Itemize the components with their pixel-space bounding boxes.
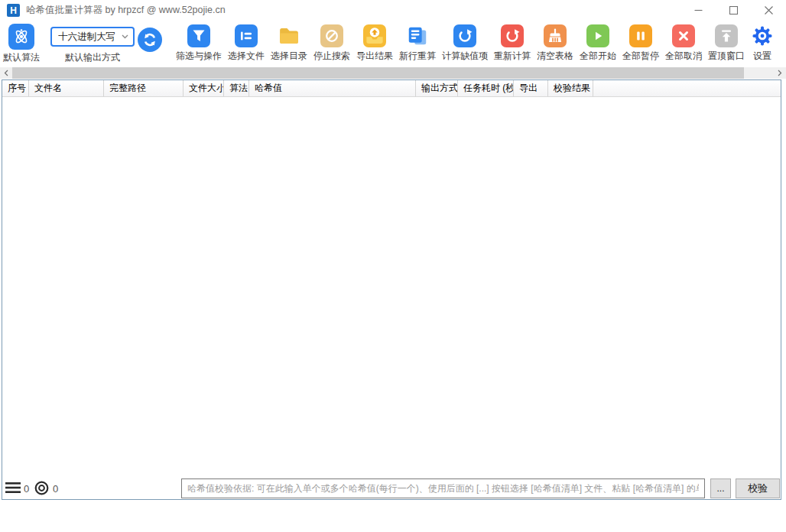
sync-icon [141,31,159,49]
toolbar: 默认算法 十六进制大写 默认输出方式 筛选与操作 [0,21,786,66]
column-header[interactable]: 序号 [2,80,29,96]
results-table: 序号文件名完整路径文件大小算法哈希值输出方式任务耗时 (秒)导出校验结果 [2,79,781,500]
maximize-button[interactable] [716,0,751,21]
minimize-button[interactable] [680,0,716,21]
output-mode-value: 十六进制大写 [58,31,122,44]
settings-button[interactable]: 设置 [748,21,777,61]
cancel-icon [672,24,695,47]
column-header[interactable]: 任务耗时 (秒) [458,80,514,96]
sync-output-button[interactable] [138,28,162,52]
row-count-icon [5,482,21,494]
export-results-button[interactable]: 导出结果 [353,21,396,61]
recalc-all-button[interactable]: 重新计算 [491,21,534,61]
clear-table-button[interactable]: 清空表格 [534,21,577,61]
default-algorithm-button[interactable]: 默认算法 [3,21,40,63]
column-header[interactable]: 文件名 [29,80,104,96]
column-header-filler [593,80,781,96]
chevron-down-icon [122,34,128,39]
column-header[interactable]: 哈希值 [249,80,416,96]
select-folder-button[interactable]: 选择目录 [268,21,310,61]
funnel-icon [187,24,210,47]
folder-icon [278,24,300,47]
export-icon [363,24,386,47]
column-header[interactable]: 完整路径 [104,80,184,96]
output-mode-group: 十六进制大写 默认输出方式 [50,21,135,63]
column-header[interactable]: 算法 [224,80,249,96]
window-title: 哈希值批量计算器 by hrpzcf @ www.52pojie.cn [26,4,226,17]
column-header[interactable]: 输出方式 [416,80,458,96]
verify-button[interactable]: 校验 [736,478,780,498]
hash-verify-input[interactable] [181,478,705,498]
done-count-icon [34,481,49,495]
play-icon [586,24,609,47]
scrollbar-thumb[interactable] [12,67,744,79]
column-header[interactable]: 文件大小 [184,80,224,96]
scroll-left-button[interactable] [0,67,12,79]
stop-search-icon [320,24,343,47]
stop-search-button[interactable]: 停止搜索 [310,21,353,61]
chevron-right-icon [778,70,782,76]
output-mode-label: 默认输出方式 [65,52,120,63]
table-header-row: 序号文件名完整路径文件大小算法哈希值输出方式任务耗时 (秒)导出校验结果 [2,80,781,97]
pin-window-button[interactable]: 置顶窗口 [705,21,748,61]
rows-recalc-icon [406,24,429,47]
atom-icon [8,24,34,50]
column-header[interactable]: 校验结果 [548,80,593,96]
gear-icon [751,24,774,47]
recalc-new-rows-button[interactable]: 新行重算 [396,21,439,61]
start-all-button[interactable]: 全部开始 [577,21,619,61]
default-algorithm-label: 默认算法 [3,52,40,63]
calc-missing-button[interactable]: 计算缺值项 [439,21,491,61]
horizontal-scrollbar[interactable] [0,67,786,79]
column-header[interactable]: 导出 [514,80,548,96]
close-icon [765,6,773,15]
output-mode-select[interactable]: 十六进制大写 [50,27,135,47]
statusbar [0,500,786,532]
scroll-right-button[interactable] [774,67,786,79]
recalc-icon [501,24,524,47]
chevron-left-icon [4,70,8,76]
titlebar: H 哈希值批量计算器 by hrpzcf @ www.52pojie.cn [0,0,786,21]
clear-table-icon [544,24,567,47]
filter-operate-button[interactable]: 筛选与操作 [173,21,225,61]
done-count-value: 0 [53,483,58,495]
row-count-value: 0 [24,483,29,495]
pause-all-button[interactable]: 全部暂停 [619,21,662,61]
pause-icon [629,24,652,47]
pin-top-icon [715,24,738,47]
calc-missing-icon [453,24,476,47]
select-files-button[interactable]: 选择文件 [225,21,268,61]
maximize-icon [729,6,738,15]
cancel-all-button[interactable]: 全部取消 [662,21,705,61]
browse-hash-list-button[interactable]: ... [710,478,731,498]
app-icon: H [7,4,20,17]
minimize-icon [694,6,703,15]
close-button[interactable] [751,0,786,21]
file-list-icon [235,24,258,47]
